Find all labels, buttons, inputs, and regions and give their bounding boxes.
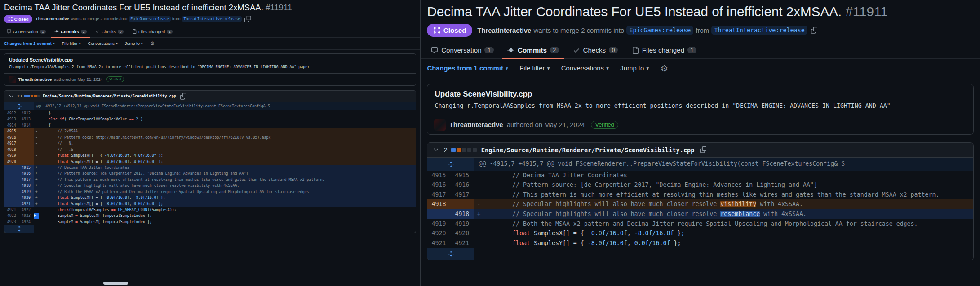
diff-line: 4918+ // Specular highlights will also h…	[4, 183, 416, 189]
tab-checks[interactable]: Checks0	[92, 27, 127, 38]
base-branch-label[interactable]: EpicGames:release	[626, 26, 693, 34]
changes-from-commit-dropdown[interactable]: Changes from 1 commit▾	[4, 41, 55, 46]
avatar[interactable]	[434, 119, 445, 131]
tab-conversation[interactable]: Conversation1	[3, 27, 49, 38]
old-line-number: 4916	[4, 135, 19, 141]
diff-line: 49154915 // Decima TAA Jitter Coordinate…	[427, 171, 973, 180]
tab-files-changed[interactable]: Files changed1	[129, 27, 176, 38]
code-line: + // This pattern is much more efficient…	[34, 177, 416, 183]
file-filter-dropdown[interactable]: File filter▾	[62, 41, 81, 46]
diff-sign: +	[34, 165, 40, 171]
pr-content: Update SceneVisibility.cpp Changing r.Te…	[421, 84, 980, 260]
diff-sign: +	[34, 189, 40, 195]
pr-state-badge: Closed	[427, 24, 472, 37]
head-branch-label[interactable]: ThreatInteractive:release	[711, 26, 807, 34]
new-line-number: 4923	[19, 213, 33, 219]
diff-toolbar: Changes from 1 commit▾File filter▾Conver…	[0, 38, 420, 50]
horizontal-scrollbar-thumb[interactable]	[103, 282, 128, 285]
old-line-number	[427, 209, 451, 219]
copy-file-path-icon[interactable]	[180, 93, 187, 100]
tab-label: Conversation	[441, 46, 482, 54]
old-line-number	[4, 195, 19, 201]
old-line-number: 4921	[427, 238, 451, 248]
diff-line: 4916- // Pattern docs: http://msdn.micro…	[4, 135, 416, 141]
code-line: + SampleX = SamplesX[ TemporalSampleInde…	[34, 213, 416, 219]
tab-files-changed[interactable]: Files changed1	[626, 43, 702, 59]
new-line-number	[19, 159, 33, 165]
file-collapse-chevron-down-icon[interactable]	[433, 146, 439, 153]
file-filter-dropdown[interactable]: File filter▾	[519, 65, 550, 72]
code-line: {	[34, 123, 416, 128]
conversations-dropdown[interactable]: Conversations▾	[88, 41, 118, 46]
tab-commits[interactable]: Commits2	[502, 43, 564, 59]
diff-sign	[34, 116, 40, 122]
expand-down-icon[interactable]	[447, 250, 454, 257]
old-line-number: 4920	[427, 229, 451, 238]
conversations-dropdown[interactable]: Conversations▾	[561, 65, 609, 72]
diff-settings-gear-icon[interactable]: ⚙	[150, 41, 155, 46]
commit-author-link[interactable]: ThreatInteractive	[18, 77, 52, 82]
toolbar-label: Jump to	[125, 41, 140, 46]
hunk-text: @@ -4915,7 +4915,7 @@ void FSceneRendere…	[474, 158, 973, 171]
jump-to-dropdown[interactable]: Jump to▾	[620, 65, 649, 72]
diff-line: 4915- // 2xMSAA	[4, 128, 416, 134]
diff-sign	[34, 207, 40, 213]
tab-counter: 1	[40, 30, 46, 34]
old-line-number: 4912	[4, 110, 19, 116]
base-branch-label[interactable]: EpicGames:release	[129, 16, 171, 22]
diff-line: 49224923+ SampleX = SamplesX[ TemporalSa…	[4, 213, 416, 219]
file-path: Engine/Source/Runtime/Renderer/Private/S…	[43, 94, 176, 98]
pr-header: Decima TAA Jitter Coordinates For UE5 In…	[0, 0, 420, 23]
tab-checks[interactable]: Checks0	[568, 43, 624, 59]
caret-down-icon: ▾	[547, 66, 550, 71]
commit-icon	[54, 29, 59, 34]
head-branch-label[interactable]: ThreatInteractive:release	[182, 16, 242, 22]
diff-sign: +	[34, 171, 40, 176]
copy-branch-icon[interactable]	[244, 16, 251, 22]
diffstat: 2	[444, 146, 477, 154]
tab-label: Files changed	[138, 29, 165, 34]
merge-from-text: from	[172, 17, 181, 21]
old-line-number	[4, 201, 19, 207]
pr-author-link[interactable]: ThreatInteractive	[477, 27, 531, 34]
diff-line: 49234924 SampleY = SamplesY[ TemporalSam…	[4, 219, 416, 225]
diff-settings-gear-icon[interactable]: ⚙	[661, 64, 668, 73]
tab-commits[interactable]: Commits2	[51, 27, 90, 38]
diff-lines: 49154915 // Decima TAA Jitter Coordinate…	[427, 171, 973, 248]
diff-line: 4917- // N.	[4, 141, 416, 146]
diff-lines: 49124912 }49134913 else if( CVarTemporal…	[4, 110, 416, 225]
commit-meta-row: ThreatInteractive authored on May 21, 20…	[4, 73, 416, 85]
diffstat-square	[31, 95, 33, 97]
file-collapse-chevron-down-icon[interactable]	[8, 93, 15, 100]
screenshot-root: { "left": { "title": "Decima TAA Jitter …	[0, 0, 980, 286]
tab-conversation[interactable]: Conversation1	[426, 43, 499, 59]
code-line: + // Pattern source: [de Carpentier 2017…	[34, 171, 416, 176]
pr-number: #11911	[845, 4, 887, 19]
diff-sign: -	[34, 159, 40, 165]
new-line-number: 4912	[19, 110, 33, 116]
diffstat-square	[37, 95, 40, 97]
copy-file-path-icon[interactable]	[700, 146, 707, 153]
copy-branch-icon[interactable]	[811, 27, 818, 34]
commit-box: Update SceneVisibility.cpp Changing r.Te…	[427, 84, 973, 135]
pr-state-label: Closed	[14, 17, 29, 22]
old-line-number	[4, 177, 19, 183]
verified-badge[interactable]: Verified	[591, 121, 619, 129]
expand-down-gutter	[4, 225, 34, 233]
merge-summary: ThreatInteractive wants to merge 2 commi…	[477, 26, 817, 34]
jump-to-dropdown[interactable]: Jump to▾	[125, 41, 143, 46]
expand-hunk-icon[interactable]	[447, 160, 454, 167]
avatar[interactable]	[9, 76, 16, 83]
code-line: float SamplesY[] = { -8.0f/16.0f, 0.0f/1…	[474, 238, 973, 248]
diffstat-square	[467, 148, 472, 152]
diff-footer	[427, 248, 973, 260]
commit-author-link[interactable]: ThreatInteractive	[449, 121, 503, 128]
add-line-comment-button[interactable]: +	[34, 213, 39, 219]
pr-author-link[interactable]: ThreatInteractive	[35, 17, 69, 21]
expand-hunk-icon[interactable]	[15, 103, 22, 110]
changes-from-commit-dropdown[interactable]: Changes from 1 commit▾	[427, 65, 508, 72]
diff-sign: -	[474, 199, 483, 209]
expand-down-icon[interactable]	[15, 225, 22, 233]
verified-badge[interactable]: Verified	[106, 76, 124, 82]
tab-label: Commits	[518, 46, 547, 54]
